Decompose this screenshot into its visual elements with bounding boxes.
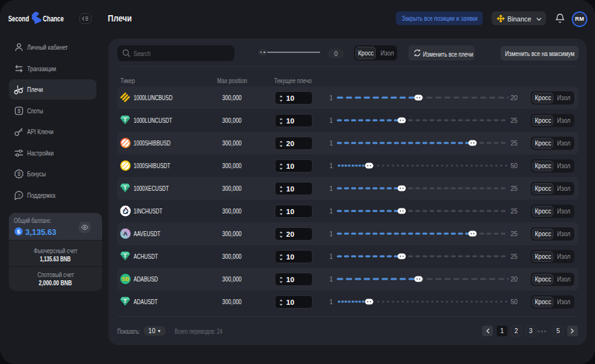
svg-text:T: T [124, 116, 127, 123]
svg-text:A: A [124, 230, 128, 237]
svg-text:T: T [124, 184, 127, 191]
svg-text:T: T [124, 297, 127, 304]
svg-text:$: $ [18, 108, 21, 114]
svg-text:SB: SB [122, 276, 129, 282]
svg-text:?: ? [18, 192, 20, 198]
svg-text:T: T [124, 252, 127, 259]
svg-text:$: $ [18, 171, 21, 177]
